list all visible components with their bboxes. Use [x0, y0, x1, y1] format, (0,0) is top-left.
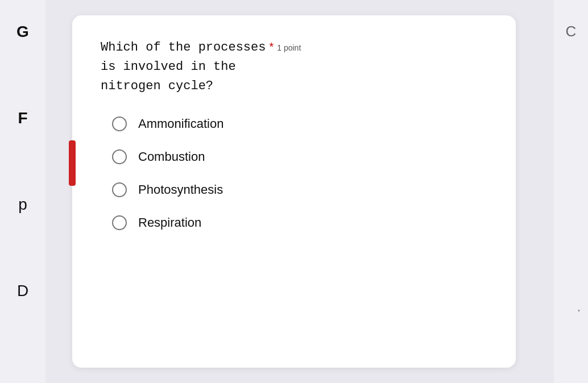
sidebar-letter-d: D [17, 282, 28, 300]
required-star: * [269, 40, 274, 53]
right-sidebar-letter-c: C [566, 23, 577, 40]
sidebar-letter-p: p [18, 195, 27, 214]
point-label: 1 point [277, 43, 301, 52]
option-combustion[interactable]: Combustion [112, 149, 487, 164]
question-line1: Which of the processes*1 point [101, 40, 301, 55]
option-label-ammonification: Ammonification [138, 116, 223, 131]
right-sidebar-dot: . [575, 302, 582, 315]
option-photosynthesis[interactable]: Photosynthesis [112, 182, 487, 197]
question-header: Which of the processes*1 point is involv… [101, 38, 487, 96]
question-line2: is involved in the [101, 60, 236, 74]
question-text: Which of the processes*1 point is involv… [101, 38, 487, 96]
radio-ammonification[interactable] [112, 116, 127, 131]
radio-combustion[interactable] [112, 149, 127, 164]
sidebar-letter-g: G [16, 23, 29, 41]
option-respiration[interactable]: Respiration [112, 215, 487, 230]
radio-respiration[interactable] [112, 215, 127, 230]
sidebar-letter-f1: F [18, 109, 27, 127]
radio-photosynthesis[interactable] [112, 182, 127, 197]
question-line3: nitrogen cycle? [101, 79, 213, 93]
question-card: Which of the processes*1 point is involv… [72, 15, 516, 368]
right-sidebar: C . [554, 0, 588, 383]
options-list: Ammonification Combustion Photosynthesis… [101, 116, 487, 230]
option-label-combustion: Combustion [138, 149, 205, 164]
option-label-respiration: Respiration [138, 215, 201, 230]
red-accent-bar [69, 140, 76, 186]
option-ammonification[interactable]: Ammonification [112, 116, 487, 131]
option-label-photosynthesis: Photosynthesis [138, 182, 223, 197]
left-sidebar: G F p D [0, 0, 45, 383]
